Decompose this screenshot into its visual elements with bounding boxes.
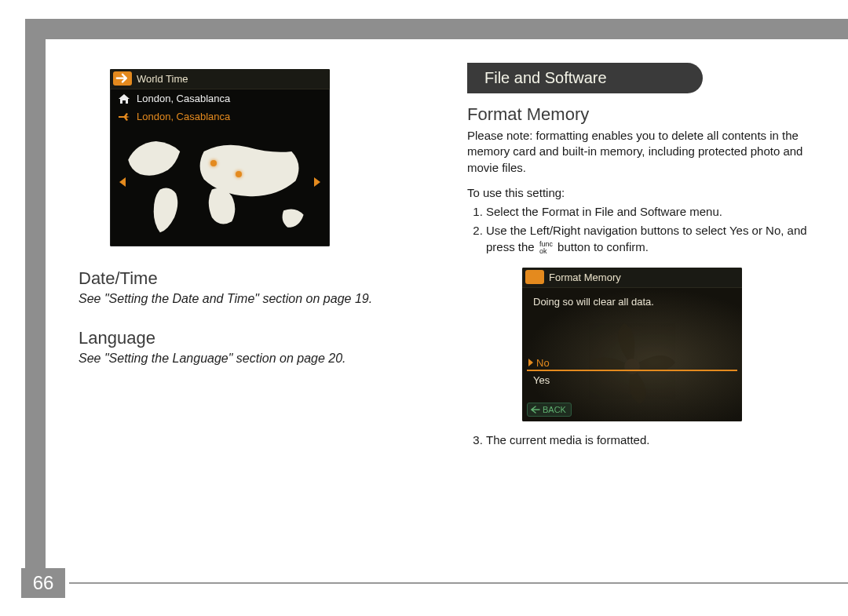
format-memory-body: Doing so will clear all data. No Yes BAC… — [522, 288, 742, 421]
selection-divider — [527, 370, 737, 371]
date-time-note: See "Setting the Date and Time" section … — [79, 292, 428, 306]
home-location-text: London, Casablanca — [137, 93, 230, 104]
page-bottom-rule — [69, 582, 848, 584]
date-time-heading: Date/Time — [79, 268, 428, 289]
airplane-icon — [118, 111, 130, 122]
home-location-row: London, Casablanca — [110, 89, 330, 108]
map-dot-2 — [236, 171, 242, 177]
page-top-bar — [25, 19, 848, 39]
format-warning-message: Doing so will clear all data. — [533, 296, 654, 308]
format-memory-header: Format Memory — [522, 268, 742, 288]
travel-location-text: London, Casablanca — [137, 111, 230, 122]
format-memory-heading: Format Memory — [467, 104, 817, 125]
home-icon — [118, 93, 130, 104]
map-dot-1 — [210, 160, 217, 166]
option-no: No — [528, 357, 550, 369]
left-column: World Time London, Casablanca London, Ca… — [79, 63, 428, 561]
step-1: Select the Format in File and Software m… — [486, 204, 817, 220]
language-note: See "Setting the Language" section on pa… — [79, 352, 428, 366]
nav-left-icon — [119, 177, 126, 187]
svg-point-0 — [624, 359, 640, 374]
world-map — [116, 130, 323, 240]
arrow-right-icon — [113, 71, 132, 86]
nav-right-icon — [314, 177, 320, 187]
back-label: BACK — [543, 405, 566, 414]
travel-location-row: London, Casablanca — [110, 108, 330, 126]
format-memory-warning: Please note: formatting enables you to d… — [467, 128, 817, 176]
section-pill-file-software: File and Software — [467, 63, 703, 93]
option-yes: Yes — [533, 374, 550, 386]
ok-label: ok — [539, 248, 553, 255]
world-time-header: World Time — [110, 69, 330, 89]
format-memory-intro: To use this setting: — [467, 185, 817, 201]
step-2: Use the Left/Right navigation buttons to… — [486, 223, 817, 255]
card-icon — [525, 270, 544, 284]
back-button: BACK — [527, 403, 572, 417]
format-memory-steps-cont: The current media is formatted. — [467, 432, 817, 448]
step-2-text-b: button to confirm. — [557, 240, 649, 253]
format-memory-title: Format Memory — [549, 272, 621, 283]
world-time-body: London, Casablanca London, Casablanca — [110, 89, 330, 240]
page-number: 66 — [21, 568, 65, 598]
screenshot-world-time: World Time London, Casablanca London, Ca… — [110, 69, 330, 246]
page-left-gutter — [25, 39, 46, 596]
flower-decoration — [569, 319, 695, 406]
func-ok-icon: func ok — [539, 241, 553, 255]
world-time-title: World Time — [137, 73, 188, 85]
right-column: File and Software Format Memory Please n… — [467, 63, 817, 561]
language-heading: Language — [79, 328, 428, 348]
screenshot-format-memory: Format Memory Doing so will clear all da… — [522, 268, 742, 421]
format-memory-steps: Select the Format in File and Software m… — [467, 204, 817, 255]
page-content: World Time London, Casablanca London, Ca… — [79, 63, 817, 561]
step-3: The current media is formatted. — [486, 432, 817, 448]
